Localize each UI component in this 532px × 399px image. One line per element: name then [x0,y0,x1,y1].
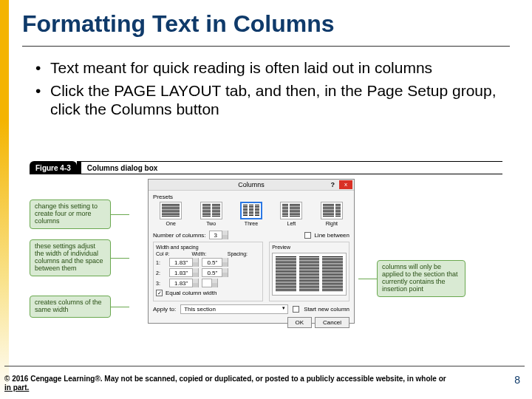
preview-box [272,253,347,296]
apply-to-combo[interactable]: This section [180,304,288,314]
width-spacing-label: Width and spacing [156,245,260,250]
figure-rule [163,161,502,174]
num-columns-spinner[interactable]: 3 [209,231,228,239]
figure-body: change this setting to create four or mo… [30,179,502,349]
num-columns-row: Number of columns: 3 Line between [153,231,349,239]
width-hdr: Width: [191,251,224,256]
width-spacing-panel: Width and spacing Col #: Width: Spacing:… [153,242,263,301]
width-spacing-area: Width and spacing Col #: Width: Spacing:… [153,242,349,301]
preview-panel: Preview [269,242,349,301]
spacing-spinner[interactable]: 0.5" [202,258,228,267]
copyright-text: © 2016 Cengage Learning®. May not be sca… [4,375,446,383]
figure-caption: Columns dialog box [81,161,164,174]
copyright-sub: in part. [4,383,29,392]
preview-col [322,256,343,292]
ws-row: 3:1.83" [156,279,260,287]
bullet-item: Text meant for quick reading is often la… [35,59,501,78]
spacing-spinner[interactable] [202,279,218,287]
line-between-checkbox[interactable] [304,232,311,239]
start-new-checkbox[interactable] [293,306,299,313]
ok-button[interactable]: OK [287,317,313,328]
close-icon[interactable]: x [339,180,352,189]
ws-row: 1:1.83"0.5" [156,258,260,267]
preview-col [299,256,320,292]
preset-two[interactable]: Two [193,202,228,226]
help-icon[interactable]: ? [331,181,335,188]
apply-to-label: Apply to: [153,306,176,313]
line-between-label: Line between [314,232,349,239]
slide-title: Formatting Text in Columns [22,10,335,38]
bullet-list: Text meant for quick reading is often la… [35,59,501,123]
width-spinner[interactable]: 1.83" [169,258,199,267]
callout-apply-section: columns will only be applied to the sect… [377,260,466,297]
figure-header: Figure 4-3 Columns dialog box [30,161,502,174]
bullet-item: Click the PAGE LAYOUT tab, and then, in … [35,82,501,119]
preview-col [276,256,296,292]
equal-width-checkbox[interactable]: ✓ [156,290,163,296]
cancel-button[interactable]: Cancel [315,317,349,328]
width-spinner[interactable]: 1.83" [169,279,199,287]
preset-left[interactable]: Left [273,202,309,226]
columns-dialog: Columns ? x Presets One Two Three Left R… [148,179,355,324]
preset-right[interactable]: Right [314,202,349,226]
figure: Figure 4-3 Columns dialog box change thi… [30,161,502,349]
ws-row: 2:1.83"0.5" [156,268,260,277]
slide: Formatting Text in Columns Text meant fo… [0,0,532,399]
spinner-icon [222,231,228,239]
dialog-title-text: Columns [238,181,265,188]
preset-three[interactable]: Three [233,202,269,226]
spacing-hdr: Spacing: [228,251,260,256]
dialog-titlebar: Columns ? x [149,180,354,191]
width-spinner[interactable]: 1.83" [169,268,199,277]
apply-to-row: Apply to: This section Start new column [153,304,349,314]
num-columns-label: Number of columns: [153,232,206,239]
ws-header: Col #: Width: Spacing: [156,251,260,256]
accent-bar [0,0,9,399]
dialog-body: Presets One Two Three Left Right Number … [149,191,354,331]
dialog-buttons: OK Cancel [153,317,349,328]
equal-width-row: ✓ Equal column width [156,290,260,296]
figure-number-tab: Figure 4-3 [30,161,77,174]
preset-one[interactable]: One [153,202,188,226]
col-hdr: Col #: [156,251,188,256]
equal-width-label: Equal column width [166,290,216,296]
preview-label: Preview [272,245,347,250]
presets-label: Presets [153,194,349,200]
footer-rule [4,366,525,366]
callout-num-columns: change this setting to create four or mo… [30,200,111,229]
start-new-label: Start new column [304,306,349,313]
title-underline [22,46,510,47]
callout-equal-width: creates columns of the same width [30,296,111,318]
callout-width-spacing: these settings adjust the width of indiv… [30,239,111,276]
footer: © 2016 Cengage Learning®. May not be sca… [4,375,492,392]
page-number: 8 [514,374,520,386]
presets-row: One Two Three Left Right [153,202,349,226]
spacing-spinner[interactable]: 0.5" [202,268,228,277]
